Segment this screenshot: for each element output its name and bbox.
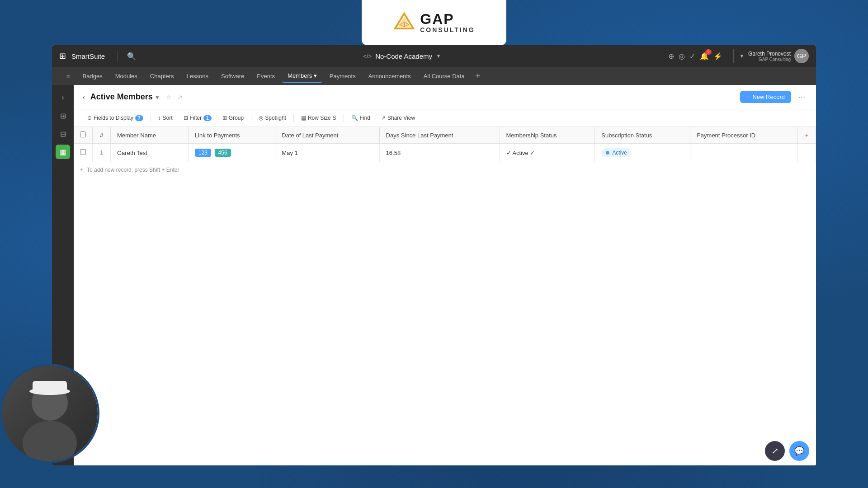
fields-to-display-button[interactable]: ⊙ Fields to Display 7 [83, 113, 148, 123]
view-title-actions: ☆ ↗ [164, 93, 184, 102]
person-silhouette [5, 371, 95, 461]
logo-bar: ◁▷ GAP CONSULTING [362, 0, 506, 45]
table-row: 1 Gareth Test 123 456 May 1 [74, 144, 816, 162]
workspace-dropdown-icon[interactable]: ▼ [436, 53, 441, 59]
filter-count-badge: 1 [203, 115, 212, 121]
app-window: ⊞ SmartSuite 🔍 </> No-Code Academy ▼ ⊕ ◎… [52, 45, 816, 465]
view-header: ‹ Active Members ▾ ☆ ↗ + New Record ··· [74, 85, 816, 109]
spotlight-button[interactable]: ◎ Spotlight [254, 113, 291, 123]
nav-tab-software[interactable]: Software [216, 70, 250, 82]
user-name: Gareth Pronovost [748, 51, 791, 57]
action-icon-5[interactable]: ⚡ [713, 52, 722, 61]
nav-tab-payments[interactable]: Payments [324, 70, 361, 82]
link-to-payments-cell[interactable]: 123 456 [188, 144, 275, 162]
date-of-last-payment-header[interactable]: Date of Last Payment [275, 127, 379, 144]
action-icon-3[interactable]: ✓ [689, 52, 695, 61]
new-record-button[interactable]: + New Record [740, 91, 791, 103]
user-info: Gareth Pronovost GAP Consulting [748, 51, 791, 62]
date-value: May 1 [282, 150, 297, 156]
member-name-cell[interactable]: Gareth Test [111, 144, 189, 162]
star-icon[interactable]: ☆ [164, 93, 174, 102]
separator-4 [344, 114, 344, 122]
svg-text:◁▷: ◁▷ [399, 20, 410, 28]
nav-tab-modules[interactable]: Modules [110, 70, 143, 82]
collapse-sidebar-btn[interactable]: ‹ [83, 94, 85, 101]
fields-label: Fields to Display [94, 115, 133, 121]
app-name: SmartSuite [71, 52, 105, 60]
nav-tab-add[interactable]: + [472, 70, 484, 83]
share-view-button[interactable]: ↗ Share View [377, 113, 420, 123]
subscription-dot [606, 151, 609, 155]
logo-consulting-text: CONSULTING [420, 26, 475, 33]
sort-button[interactable]: ↕ Sort [154, 113, 177, 123]
nav-tab-badges[interactable]: Badges [77, 70, 108, 82]
nav-tab-lessons[interactable]: Lessons [181, 70, 214, 82]
divider [118, 51, 118, 61]
checkbox-header[interactable] [74, 127, 93, 144]
link-to-payments-header[interactable]: Link to Payments [188, 127, 275, 144]
chat-fab-button[interactable]: 💬 [789, 441, 809, 461]
sidebar-icon-grid1[interactable]: ⊞ [56, 108, 70, 123]
bottom-actions: ⤢ 💬 [765, 441, 809, 461]
membership-status-value: ✓ Active ✓ [506, 150, 589, 156]
user-org: GAP Consulting [748, 57, 791, 62]
row-size-button[interactable]: ▤ Row Size S [297, 113, 341, 123]
search-icon[interactable]: 🔍 [127, 52, 136, 61]
nav-tab-chapters[interactable]: Chapters [145, 70, 179, 82]
separator-1 [151, 114, 151, 122]
subscription-status-header[interactable]: Subscription Status [595, 127, 690, 144]
row-num-header: # [93, 127, 111, 144]
add-column-button[interactable]: + [798, 127, 816, 144]
app-bar: ⊞ SmartSuite 🔍 </> No-Code Academy ▼ ⊕ ◎… [52, 45, 816, 67]
share-icon[interactable]: ↗ [175, 93, 184, 102]
link-tag-123[interactable]: 123 [195, 149, 211, 157]
main-panel: ‹ Active Members ▾ ☆ ↗ + New Record ··· [74, 85, 816, 465]
action-icon-1[interactable]: ⊕ [668, 52, 674, 61]
nav-tab-announcements[interactable]: Announcements [363, 70, 416, 82]
add-row-hint: To add new record, press Shift + Enter [87, 167, 179, 173]
member-name-value: Gareth Test [117, 150, 147, 156]
subscription-badge: Active [601, 148, 632, 157]
link-tag-456[interactable]: 456 [215, 149, 231, 157]
member-name-header[interactable]: Member Name [111, 127, 189, 144]
filter-button[interactable]: ⊟ Filter 1 [179, 113, 216, 123]
group-button[interactable]: ⊞ Group [218, 113, 248, 123]
workspace-name[interactable]: No-Code Academy [375, 52, 432, 60]
nav-tab-members[interactable]: Members ▾ [282, 70, 322, 83]
sidebar-icon-grid2[interactable]: ⊟ [56, 127, 70, 141]
fields-icon: ⊙ [87, 115, 92, 121]
membership-status-cell: ✓ Active ✓ [500, 144, 595, 162]
fields-count-badge: 7 [135, 115, 143, 121]
membership-status-header[interactable]: Membership Status [500, 127, 595, 144]
svg-point-4 [23, 421, 77, 461]
new-record-plus-icon: + [746, 94, 750, 100]
add-row-plus-icon: + [80, 167, 83, 173]
action-icon-2[interactable]: ◎ [679, 52, 685, 61]
nav-tab-events[interactable]: Events [251, 70, 280, 82]
view-title-dropdown[interactable]: ▾ [156, 94, 159, 101]
more-options-button[interactable]: ··· [797, 90, 807, 103]
gap-logo-icon: ◁▷ [393, 11, 415, 34]
days-since-last-payment-header[interactable]: Days Since Last Payment [379, 127, 500, 144]
nav-tab-menu[interactable]: ≡ [61, 70, 75, 82]
select-all-checkbox[interactable] [80, 131, 86, 137]
nav-tab-all-course-data[interactable]: All Course Data [418, 70, 470, 82]
sort-icon: ↕ [158, 115, 161, 121]
find-button[interactable]: 🔍 Find [347, 113, 375, 123]
add-row-button[interactable]: + To add new record, press Shift + Enter [74, 162, 816, 178]
sidebar-icon-table[interactable]: ▦ [56, 145, 70, 159]
row-checkbox-cell[interactable] [74, 144, 93, 162]
row-size-icon: ▤ [301, 115, 306, 121]
grid-menu-icon[interactable]: ⊞ [59, 51, 66, 61]
user-dropdown-arrow[interactable]: ▼ [739, 53, 745, 59]
view-title: Active Members ▾ [90, 92, 159, 102]
expand-fab-button[interactable]: ⤢ [765, 441, 785, 461]
user-avatar[interactable]: GP [794, 49, 809, 63]
table-header-row: # Member Name Link to Payments Date of L… [74, 127, 816, 144]
sidebar-icon-collapse[interactable]: › [56, 90, 70, 105]
notifications-icon[interactable]: 🔔 2 [700, 52, 709, 61]
row-checkbox[interactable] [80, 149, 86, 155]
new-record-label: New Record [752, 94, 785, 100]
payment-processor-id-header[interactable]: Payment Processor ID [690, 127, 798, 144]
row-number: 1 [93, 144, 111, 162]
